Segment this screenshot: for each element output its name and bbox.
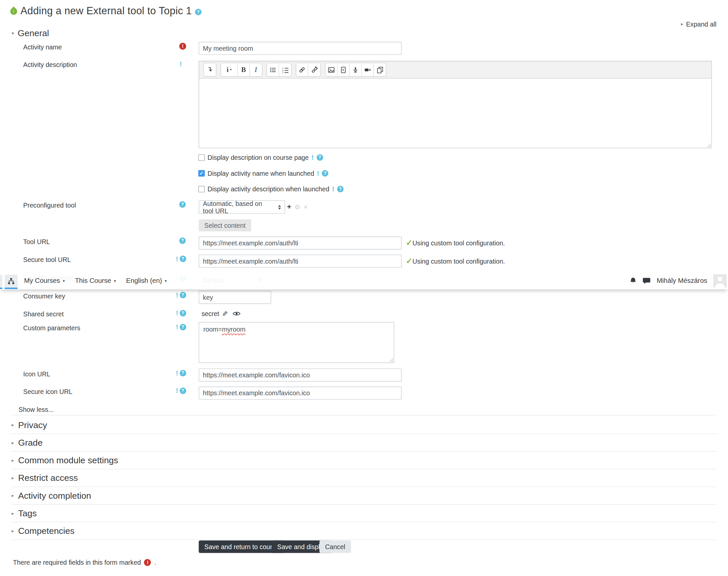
help-icon[interactable]: ? [180, 310, 186, 317]
italic-button[interactable]: I [250, 63, 262, 76]
section-competencies[interactable]: ▸ Competencies [11, 522, 717, 540]
display-activity-name-checkbox[interactable]: ✓ [198, 170, 205, 177]
icon-url-label: Icon URL [23, 370, 50, 378]
nav-tab-partial[interactable] [0, 274, 2, 288]
secure-icon-url-input[interactable] [199, 387, 402, 400]
unlink-button[interactable] [308, 63, 320, 76]
section-label: Competencies [18, 526, 74, 536]
bold-glyph: B [241, 66, 246, 74]
display-activity-description-checkbox[interactable] [198, 186, 205, 193]
expand-all-label: Expand all [686, 21, 717, 28]
status-text: Using custom tool configuration. [413, 257, 505, 265]
user-name[interactable]: Mihály Mészáros [657, 277, 707, 284]
selected-option: Automatic, based on tool URL [203, 200, 274, 214]
ordered-list-button[interactable]: 123 [279, 63, 291, 76]
editor-content-area[interactable] [199, 78, 711, 148]
nav-this-course[interactable]: This Course ▾ [75, 277, 116, 284]
required-icon: ! [179, 43, 186, 50]
nav-tab-sitemap[interactable] [5, 274, 18, 288]
section-general-header[interactable]: ▾ General [11, 28, 49, 38]
required-note-suffix: . [154, 558, 156, 566]
nav-my-courses[interactable]: My Courses ▾ [24, 277, 65, 284]
help-icon[interactable]: ? [179, 237, 186, 244]
section-tags[interactable]: ▸ Tags [11, 505, 717, 522]
secure-tool-url-label: Secure tool URL [23, 256, 71, 263]
help-icon[interactable]: ? [180, 370, 186, 376]
cancel-button[interactable]: Cancel [320, 541, 351, 553]
caret-right-icon: ▸ [11, 511, 14, 516]
help-icon[interactable]: ? [322, 170, 328, 177]
manage-files-button[interactable] [374, 63, 386, 76]
help-icon[interactable]: ? [179, 201, 186, 208]
add-tool-icon[interactable]: + [287, 203, 291, 210]
custom-parameters-word: myroom [222, 326, 246, 333]
divider [13, 415, 715, 415]
section-label: Tags [18, 508, 37, 518]
preconfigured-tool-label: Preconfigured tool [23, 202, 76, 209]
eye-icon[interactable] [233, 311, 241, 316]
help-icon[interactable]: ? [337, 186, 344, 193]
checkbox-label: Display activity description when launch… [207, 185, 329, 193]
section-restrict-access[interactable]: ▸ Restrict access [11, 469, 717, 487]
check-icon: ✓ [406, 239, 413, 247]
custom-parameters-textarea[interactable]: room=myroom [199, 322, 394, 363]
check-icon: ✓ [406, 257, 413, 265]
avatar[interactable] [713, 274, 727, 288]
help-icon[interactable]: ? [180, 256, 186, 262]
record-audio-button[interactable] [350, 63, 362, 76]
advanced-icon: ! [176, 324, 178, 330]
section-privacy[interactable]: ▸ Privacy [11, 416, 717, 434]
advanced-icon: ! [332, 186, 334, 193]
consumer-key-label: Consumer key [23, 292, 65, 299]
activity-name-input[interactable] [199, 42, 402, 55]
caret-down-icon: ▾ [11, 31, 14, 36]
caret-right-icon: ▸ [11, 493, 14, 498]
preconfigured-tool-select[interactable]: Automatic, based on tool URL [199, 200, 285, 214]
section-general-label: General [18, 28, 49, 38]
link-button[interactable] [296, 63, 308, 76]
chat-icon[interactable] [643, 277, 651, 284]
consumer-key-input[interactable] [199, 291, 271, 304]
required-fields-note: There are required fields in this form m… [13, 558, 156, 566]
insert-media-button[interactable] [338, 63, 350, 76]
help-icon[interactable]: ? [195, 9, 202, 16]
icon-url-input[interactable] [199, 368, 402, 381]
help-icon[interactable]: ? [180, 324, 186, 330]
display-description-checkbox[interactable] [198, 154, 205, 161]
section-label: Common module settings [18, 455, 118, 466]
record-video-button[interactable] [362, 63, 374, 76]
shared-secret-value: secret [202, 310, 219, 317]
unordered-list-button[interactable] [267, 63, 279, 76]
insert-image-button[interactable] [325, 63, 337, 76]
secure-tool-url-input[interactable] [199, 255, 402, 268]
section-grade[interactable]: ▸ Grade [11, 434, 717, 452]
tool-url-input[interactable] [199, 236, 402, 249]
delete-tool-icon: × [304, 203, 307, 210]
expand-all-link[interactable]: ▸ Expand all [681, 21, 717, 28]
editor-toolbar: i ▾ B I 123 [199, 61, 711, 78]
advanced-icon: ! [176, 256, 178, 262]
nav-label: This Course [75, 277, 111, 284]
collapse-toolbar-button[interactable] [204, 63, 216, 76]
nav-language[interactable]: English (en) ▾ [126, 277, 167, 284]
help-icon[interactable]: ? [316, 154, 323, 161]
section-label: Restrict access [18, 473, 78, 483]
caret-right-icon: ▸ [11, 476, 14, 480]
nav-label: My Courses [24, 277, 60, 284]
help-icon[interactable]: ? [180, 292, 186, 298]
section-activity-completion[interactable]: ▸ Activity completion [11, 487, 717, 505]
show-less-link[interactable]: Show less... [19, 406, 54, 413]
select-arrows-icon [274, 205, 281, 209]
resize-handle[interactable] [706, 142, 711, 147]
help-icon[interactable]: ? [180, 387, 186, 394]
up-arrow-glyph: ↑ [12, 9, 15, 13]
resize-handle[interactable] [388, 357, 393, 362]
nav-label: English (en) [126, 277, 162, 284]
advanced-icon: ! [311, 154, 314, 161]
section-common-module-settings[interactable]: ▸ Common module settings [11, 452, 717, 469]
bold-button[interactable]: B [238, 63, 249, 76]
italic-glyph: I [255, 66, 257, 74]
bell-icon[interactable] [630, 277, 637, 284]
pencil-icon[interactable]: ✎ [222, 310, 228, 317]
paragraph-styles-button[interactable]: i ▾ [221, 63, 238, 76]
